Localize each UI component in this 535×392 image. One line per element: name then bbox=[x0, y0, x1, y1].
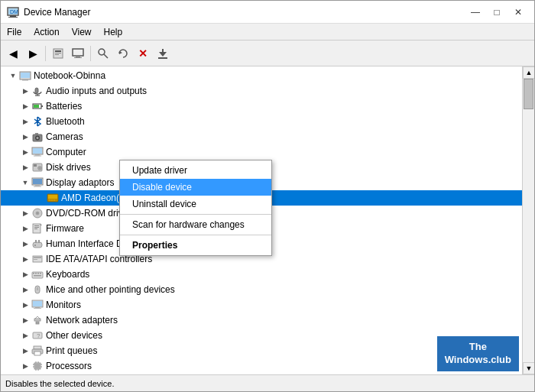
svg-rect-74 bbox=[34, 308, 41, 309]
list-item[interactable]: ▶ Keyboards bbox=[1, 267, 522, 282]
tree-root[interactable]: ▼ Notebook-Obinna bbox=[1, 68, 522, 83]
item-label: Print queues bbox=[46, 345, 97, 356]
expander[interactable]: ▶ bbox=[19, 222, 31, 235]
svg-rect-10 bbox=[76, 56, 80, 57]
item-label: Other devices bbox=[46, 330, 102, 341]
camera-icon bbox=[31, 131, 44, 143]
expander[interactable]: ▼ bbox=[19, 177, 31, 189]
maximize-button[interactable]: □ bbox=[487, 5, 507, 20]
expander[interactable]: ▶ bbox=[19, 146, 31, 158]
svg-rect-72 bbox=[33, 301, 42, 306]
scrollbar-track[interactable] bbox=[523, 79, 534, 362]
expander[interactable]: ▶ bbox=[19, 314, 31, 326]
refresh-button[interactable] bbox=[114, 44, 132, 63]
list-item[interactable]: ▶ Network adapters bbox=[1, 313, 522, 328]
expander[interactable]: ▶ bbox=[19, 85, 31, 97]
ctx-scan-hardware[interactable]: Scan for hardware changes bbox=[120, 216, 271, 233]
svg-marker-14 bbox=[119, 51, 122, 54]
item-label: Batteries bbox=[46, 101, 82, 112]
expander[interactable]: ▶ bbox=[19, 100, 31, 112]
svg-text:DM: DM bbox=[10, 9, 18, 15]
svg-rect-42 bbox=[34, 186, 41, 187]
keyboard-icon bbox=[31, 268, 44, 280]
svg-rect-8 bbox=[55, 54, 59, 55]
svg-rect-34 bbox=[34, 156, 41, 157]
ctx-disable-device[interactable]: Disable device bbox=[120, 179, 271, 196]
expander[interactable]: ▶ bbox=[19, 345, 31, 357]
expander[interactable]: ▶ bbox=[19, 131, 31, 143]
svg-rect-2 bbox=[8, 17, 18, 18]
minimize-button[interactable]: — bbox=[465, 5, 485, 20]
list-item[interactable]: ▶ Mice and other pointing devices bbox=[1, 282, 522, 297]
list-item[interactable]: ▶ Monitors bbox=[1, 297, 522, 313]
back-button[interactable]: ◀ bbox=[4, 44, 22, 63]
expander[interactable]: ▶ bbox=[19, 207, 31, 219]
list-item[interactable]: ▶ Computer bbox=[1, 144, 522, 160]
ctx-uninstall-device[interactable]: Uninstall device bbox=[120, 196, 271, 212]
scrollbar[interactable]: ▲ ▼ bbox=[522, 66, 534, 374]
svg-rect-11 bbox=[74, 57, 82, 58]
svg-point-38 bbox=[39, 167, 41, 169]
ctx-properties[interactable]: Properties bbox=[120, 237, 271, 254]
svg-rect-57 bbox=[35, 240, 37, 243]
watermark-line1: The bbox=[445, 341, 511, 354]
forward-button[interactable]: ▶ bbox=[24, 44, 42, 63]
computer-icon bbox=[31, 146, 44, 158]
processor-icon bbox=[31, 360, 44, 372]
list-item[interactable]: ▶ Batteries bbox=[1, 99, 522, 114]
watermark-line2: Windows.club bbox=[445, 354, 511, 367]
scroll-down-button[interactable]: ▼ bbox=[523, 362, 534, 374]
bluetooth-icon bbox=[31, 115, 44, 128]
audio-icon bbox=[31, 85, 44, 97]
menu-action[interactable]: Action bbox=[28, 25, 65, 39]
svg-line-13 bbox=[104, 54, 108, 58]
list-item[interactable]: ▶ Audio inputs and outputs bbox=[1, 83, 522, 99]
expander[interactable]: ▶ bbox=[19, 283, 31, 296]
display-button[interactable] bbox=[69, 44, 87, 63]
svg-rect-47 bbox=[54, 199, 55, 201]
download-button[interactable] bbox=[154, 44, 172, 63]
expander[interactable]: ▶ bbox=[19, 253, 31, 265]
main-window: DM Device Manager — □ ✕ File Action View… bbox=[0, 0, 535, 392]
expander[interactable]: ▶ bbox=[19, 299, 31, 311]
expander[interactable]: ▶ bbox=[19, 360, 31, 372]
menu-file[interactable]: File bbox=[1, 25, 28, 39]
list-item[interactable]: ▶ Cameras bbox=[1, 129, 522, 144]
svg-rect-58 bbox=[38, 240, 40, 243]
root-label: Notebook-Obinna bbox=[34, 70, 105, 81]
search-button[interactable] bbox=[94, 44, 112, 63]
svg-rect-75 bbox=[36, 322, 39, 324]
svg-rect-17 bbox=[158, 57, 167, 59]
menu-view[interactable]: View bbox=[66, 25, 98, 39]
properties-button[interactable] bbox=[49, 44, 67, 63]
root-expander[interactable]: ▼ bbox=[7, 70, 19, 82]
close-button[interactable]: ✕ bbox=[508, 5, 528, 20]
expander[interactable]: ▶ bbox=[19, 161, 31, 173]
svg-rect-62 bbox=[34, 259, 37, 260]
scroll-up-button[interactable]: ▲ bbox=[523, 66, 534, 79]
printer-icon bbox=[31, 345, 44, 357]
remove-button[interactable]: ✕ bbox=[134, 44, 152, 63]
expander[interactable]: ▶ bbox=[19, 329, 31, 342]
svg-rect-1 bbox=[10, 15, 16, 17]
svg-rect-67 bbox=[40, 273, 41, 274]
expander[interactable]: ▶ bbox=[19, 268, 31, 280]
ide-icon bbox=[31, 253, 44, 265]
hid-icon bbox=[31, 238, 44, 250]
svg-text:?: ? bbox=[37, 332, 41, 339]
scrollbar-thumb[interactable] bbox=[524, 79, 533, 109]
ctx-update-driver[interactable]: Update driver bbox=[120, 162, 271, 179]
svg-rect-44 bbox=[48, 195, 57, 199]
expander[interactable]: ▶ bbox=[19, 115, 31, 128]
svg-rect-19 bbox=[21, 73, 30, 78]
list-item[interactable]: ▶ 🔒 Security devices bbox=[1, 374, 522, 374]
expander[interactable]: ▶ bbox=[19, 238, 31, 250]
mouse-icon bbox=[31, 283, 44, 296]
svg-point-59 bbox=[34, 245, 36, 246]
title-bar-icon: DM bbox=[7, 6, 19, 18]
toolbar-separator-1 bbox=[45, 46, 46, 61]
list-item[interactable]: ▶ Bluetooth bbox=[1, 114, 522, 129]
svg-rect-73 bbox=[35, 307, 40, 308]
svg-rect-7 bbox=[55, 53, 61, 53]
menu-help[interactable]: Help bbox=[98, 25, 129, 39]
